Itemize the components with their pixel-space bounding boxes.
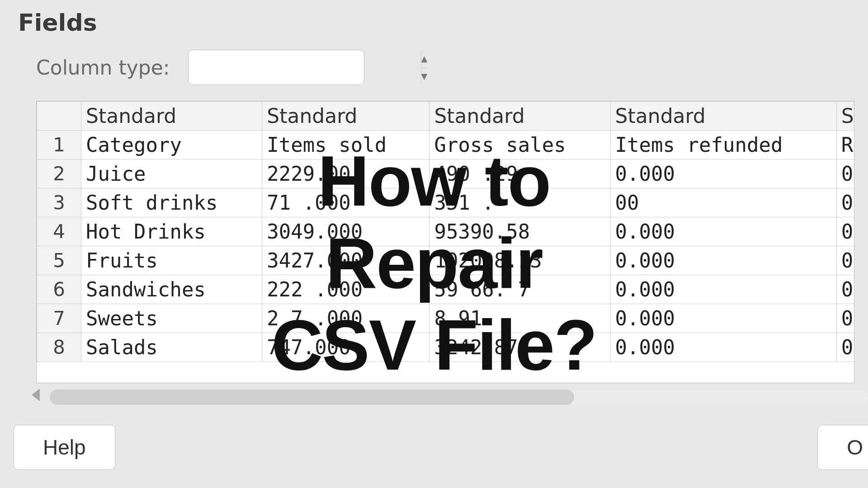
row-number[interactable]: 3 — [37, 188, 81, 217]
table-cell[interactable]: 0.000 — [610, 304, 836, 333]
table-cell[interactable]: 0.000 — [610, 275, 836, 304]
column-header[interactable]: Standard — [429, 102, 610, 131]
table-cell[interactable]: 3427.000 — [262, 246, 429, 275]
table-cell[interactable]: Hot Drinks — [81, 217, 262, 246]
table-cell[interactable]: Items sold — [262, 131, 429, 160]
table-cell[interactable]: 0.000 — [610, 246, 836, 275]
table-row[interactable]: 1CategoryItems soldGross salesItems refu… — [37, 131, 855, 160]
table-cell[interactable]: 8 91. — [429, 304, 610, 333]
table-row[interactable]: 6Sandwiches222 .00059 66. 70.0000.0 — [37, 275, 855, 304]
row-number[interactable]: 6 — [37, 275, 81, 304]
ok-button[interactable]: O — [817, 425, 868, 470]
table-row[interactable]: 7Sweets2 7 .0008 91. 0.0000.0 — [37, 304, 855, 333]
table-cell[interactable]: 0.000 — [610, 333, 836, 362]
table-cell[interactable]: 59 66. 7 — [429, 275, 610, 304]
table-cell[interactable]: 0.0 — [836, 188, 854, 217]
table-cell[interactable]: 0.0 — [836, 246, 854, 275]
spinner-down-icon[interactable]: ▼ — [421, 68, 428, 85]
table-cell[interactable]: Juice — [81, 160, 262, 188]
table-row[interactable]: 3Soft drinks71 .000351 . 000.0 — [37, 188, 855, 217]
table-cell[interactable]: 2 7 .000 — [262, 304, 429, 333]
table-cell[interactable]: 0.000 — [610, 160, 836, 188]
dialog-button-row: Help O — [14, 425, 868, 470]
help-button[interactable]: Help — [14, 425, 115, 470]
column-header[interactable]: Standard — [81, 102, 262, 131]
spinner-buttons: ▲ ▼ — [421, 50, 428, 84]
scrollbar-track[interactable] — [50, 390, 868, 404]
table-cell[interactable]: Sandwiches — [81, 275, 262, 304]
table-cell[interactable]: 490 .29 — [429, 160, 610, 188]
table-row[interactable]: 8Salads747.0003242.870.0000.0 — [37, 333, 855, 362]
preview-table[interactable]: Standard Standard Standard Standard Stan… — [36, 101, 854, 383]
row-number[interactable]: 8 — [37, 333, 81, 362]
scroll-left-icon[interactable] — [32, 389, 40, 401]
table-cell[interactable]: 0.0 — [836, 333, 854, 362]
row-number[interactable]: 2 — [37, 160, 81, 188]
table-cell[interactable]: 351 . — [429, 188, 610, 217]
table-cell[interactable]: Soft drinks — [81, 188, 262, 217]
row-number[interactable]: 7 — [37, 304, 81, 333]
horizontal-scrollbar[interactable] — [23, 389, 868, 407]
column-type-row: Column type: ▲ ▼ — [36, 50, 854, 85]
table-cell[interactable]: Gross sales — [429, 131, 610, 160]
table-cell[interactable]: 0.0 — [836, 160, 854, 188]
table-cell[interactable]: 71 .000 — [262, 188, 429, 217]
column-type-spinner[interactable]: ▲ ▼ — [188, 50, 364, 85]
column-type-label: Column type: — [36, 56, 170, 79]
table-cell[interactable]: Items refunded — [610, 131, 836, 160]
column-header[interactable]: Stan — [836, 102, 854, 131]
table-cell[interactable]: 222 .000 — [262, 275, 429, 304]
table-corner — [37, 102, 81, 131]
table-row[interactable]: 2Juice2229.00490 .290.0000.0 — [37, 160, 855, 188]
table-cell[interactable]: 0.0 — [836, 304, 854, 333]
row-number[interactable]: 5 — [37, 246, 81, 275]
table-cell[interactable]: 00 — [610, 188, 836, 217]
column-type-input[interactable] — [189, 50, 421, 84]
table-cell[interactable]: 747.000 — [262, 333, 429, 362]
table-cell[interactable]: 2229.00 — [262, 160, 429, 188]
table-cell[interactable]: 0.0 — [836, 217, 854, 246]
table-cell[interactable]: 95390.58 — [429, 217, 610, 246]
spinner-up-icon[interactable]: ▲ — [421, 50, 428, 68]
table-cell[interactable]: 0.000 — [610, 217, 836, 246]
table-cell[interactable]: 3242.87 — [429, 333, 610, 362]
section-title: Fields — [18, 9, 854, 36]
table-cell[interactable]: Category — [81, 131, 262, 160]
column-header[interactable]: Standard — [610, 102, 836, 131]
table-cell[interactable]: 3049.000 — [262, 217, 429, 246]
table-cell[interactable]: Salads — [81, 333, 262, 362]
table-row[interactable]: 5Fruits3427.000102008.130.0000.0 — [37, 246, 855, 275]
table-row[interactable]: 4Hot Drinks3049.00095390.580.0000.0 — [37, 217, 855, 246]
table-cell[interactable]: 102008.13 — [429, 246, 610, 275]
row-number[interactable]: 1 — [37, 131, 81, 160]
scrollbar-thumb[interactable] — [50, 389, 574, 405]
table-cell[interactable]: Ref — [836, 131, 854, 160]
fields-panel: Fields Column type: ▲ ▼ Standard Standar… — [0, 0, 868, 488]
table-cell[interactable]: 0.0 — [836, 275, 854, 304]
table-cell[interactable]: Sweets — [81, 304, 262, 333]
row-number[interactable]: 4 — [37, 217, 81, 246]
column-header[interactable]: Standard — [262, 102, 429, 131]
table-header-row: Standard Standard Standard Standard Stan — [37, 102, 855, 131]
table-cell[interactable]: Fruits — [81, 246, 262, 275]
